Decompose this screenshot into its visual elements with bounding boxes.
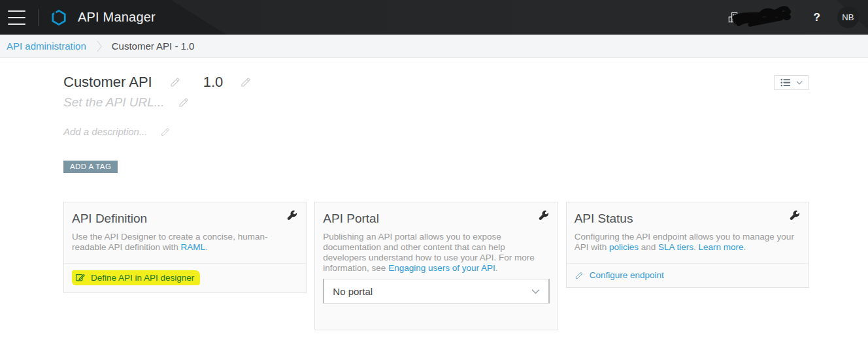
edit-square-icon: [75, 272, 86, 283]
wrench-icon: [287, 210, 298, 221]
card-text: Use the API Designer to create a concise…: [72, 232, 267, 252]
api-definition-card: API Definition Use the API Designer to c…: [63, 202, 307, 293]
redaction-scribble: [731, 5, 792, 30]
raml-link[interactable]: RAML: [181, 242, 206, 252]
chevron-right-icon: [97, 39, 103, 54]
breadcrumb-current: Customer API - 1.0: [112, 40, 195, 52]
api-description-field[interactable]: Add a description...: [63, 126, 147, 137]
portal-select-value: No portal: [333, 286, 373, 297]
card-text: and: [639, 242, 658, 252]
api-status-card: API Status Configuring the API endpoint …: [566, 202, 809, 288]
card-title: API Portal: [323, 210, 379, 227]
sla-tiers-link[interactable]: SLA tiers: [658, 242, 693, 252]
card-text: .: [205, 242, 208, 252]
wrench-icon: [539, 210, 550, 221]
chevron-down-icon: [796, 80, 803, 85]
hamburger-menu-icon[interactable]: [8, 10, 25, 25]
card-text: .: [744, 242, 746, 252]
breadcrumb-api-administration[interactable]: API administration: [7, 40, 86, 52]
api-name: Customer API: [63, 74, 152, 91]
help-icon[interactable]: ?: [814, 11, 820, 24]
define-api-link[interactable]: Define API in API designer: [72, 270, 200, 285]
edit-description-pencil-icon[interactable]: [160, 127, 171, 137]
mulesoft-logo-icon[interactable]: [50, 9, 67, 26]
card-description: Configuring the API endpoint allows you …: [575, 232, 801, 253]
policies-link[interactable]: policies: [609, 242, 639, 252]
edit-api-url-pencil-icon[interactable]: [178, 97, 190, 108]
card-text: .: [495, 263, 498, 273]
wrench-icon: [790, 210, 801, 221]
learn-more-link[interactable]: Learn more: [699, 242, 744, 252]
list-icon: [780, 78, 791, 87]
card-description: Publishing an API portal allows you to e…: [323, 232, 549, 274]
card-title: API Status: [575, 210, 633, 227]
define-api-label: Define API in API designer: [91, 273, 194, 283]
api-url-field[interactable]: Set the API URL...: [63, 95, 165, 110]
card-description: Use the API Designer to create a concise…: [72, 232, 298, 253]
configure-endpoint-label: Configure endpoint: [590, 270, 664, 280]
api-portal-card: API Portal Publishing an API portal allo…: [314, 202, 558, 330]
chevron-down-icon: [531, 289, 540, 294]
engaging-users-link[interactable]: Engaging users of your API: [388, 263, 495, 273]
edit-api-name-pencil-icon[interactable]: [169, 76, 181, 88]
app-title: API Manager: [78, 10, 156, 25]
avatar[interactable]: NB: [837, 7, 859, 28]
card-text: .: [693, 242, 699, 252]
configure-endpoint-link[interactable]: Configure endpoint: [575, 270, 664, 280]
app-header: API Manager: [0, 0, 868, 35]
header-divider: [38, 9, 39, 26]
card-title: API Definition: [72, 210, 147, 227]
api-version: 1.0: [203, 74, 224, 91]
edit-api-version-pencil-icon[interactable]: [240, 76, 252, 88]
portal-select[interactable]: No portal: [323, 279, 549, 304]
add-tag-button[interactable]: ADD A TAG: [63, 161, 118, 173]
organization-menu[interactable]: [727, 7, 792, 29]
main-content: Customer API 1.0: [0, 58, 868, 330]
breadcrumb: API administration Customer API - 1.0: [0, 35, 868, 58]
view-options-button[interactable]: [774, 75, 809, 90]
pencil-icon: [575, 271, 584, 280]
